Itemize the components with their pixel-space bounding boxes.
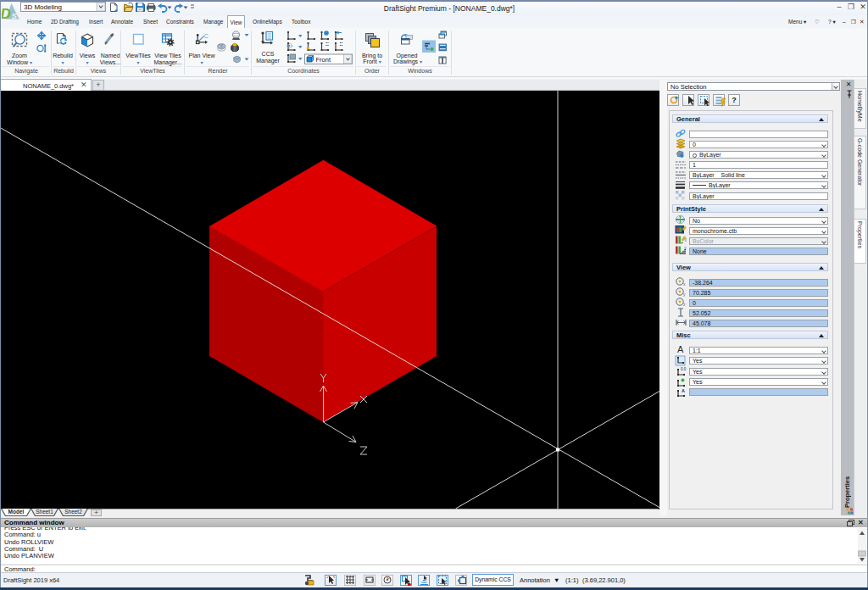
svg-text:Front: Front — [316, 56, 331, 64]
svg-text:S: S — [12, 11, 18, 20]
svg-text:C: C — [204, 33, 209, 39]
svg-text:D: D — [2, 6, 11, 21]
svg-text:3D Modeling: 3D Modeling — [24, 3, 62, 11]
